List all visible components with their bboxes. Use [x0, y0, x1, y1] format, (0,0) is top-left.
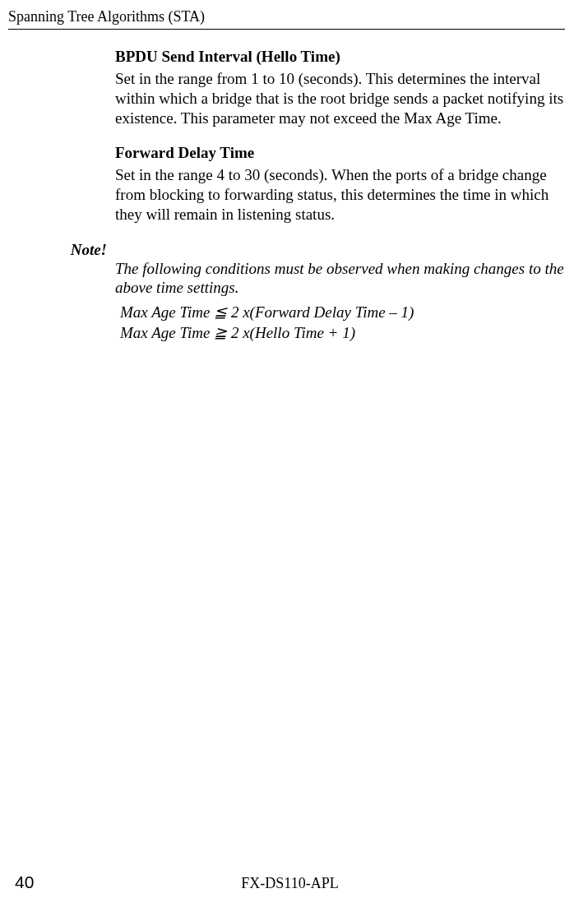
section-body-forward-delay: Set in the range 4 to 30 (seconds). When… — [115, 165, 565, 224]
note-conditions: Max Age Time ≦ 2 x(Forward Delay Time – … — [120, 303, 565, 343]
content-area: BPDU Send Interval (Hello Time) Set in t… — [115, 48, 565, 224]
page-header: Spanning Tree Algorithms (STA) — [8, 8, 565, 30]
page-number: 40 — [15, 872, 34, 892]
condition-1: Max Age Time ≦ 2 x(Forward Delay Time – … — [120, 303, 565, 323]
footer-document-id: FX-DS110-APL — [241, 875, 338, 892]
page-footer: 40 FX-DS110-APL — [0, 872, 588, 892]
section-heading-bpdu: BPDU Send Interval (Hello Time) — [115, 48, 565, 66]
section-heading-forward-delay: Forward Delay Time — [115, 144, 565, 162]
note-body: The following conditions must be observe… — [115, 241, 565, 298]
note-block: Note! The following conditions must be o… — [8, 241, 565, 298]
section-body-bpdu: Set in the range from 1 to 10 (seconds).… — [115, 69, 565, 127]
note-label: Note! — [8, 241, 115, 259]
condition-2: Max Age Time ≧ 2 x(Hello Time + 1) — [120, 323, 565, 344]
